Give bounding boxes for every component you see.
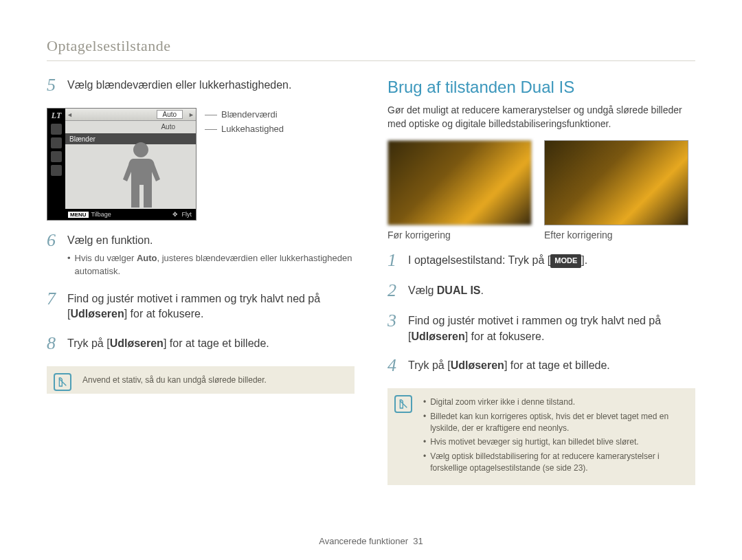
step-number: 4 bbox=[387, 357, 408, 374]
step-number: 5 bbox=[47, 76, 67, 94]
image-captions: Før korrigering Efter korrigering bbox=[387, 229, 695, 240]
bullet-icon: • bbox=[423, 436, 426, 448]
step-7-a: Find og justér motivet i rammen og tryk … bbox=[67, 293, 320, 304]
image-before bbox=[387, 140, 532, 225]
step-3-key: Udløseren bbox=[411, 331, 464, 342]
bullet-icon: • bbox=[423, 396, 426, 408]
camera-top-row: ◄ Auto ► bbox=[65, 109, 196, 121]
note-item: Digital zoom virker ikke i denne tilstan… bbox=[430, 396, 575, 408]
chevron-right-icon: ► bbox=[188, 111, 194, 118]
step-number: 8 bbox=[47, 335, 67, 352]
step-text: Vælg blændeværdien eller lukkerhastighed… bbox=[67, 78, 355, 93]
camera-move-label: Flyt bbox=[182, 211, 192, 218]
step-7-key: Udløseren bbox=[70, 308, 124, 320]
note-item: Vælg optisk billedstabilisering for at r… bbox=[430, 451, 686, 474]
step-text: Vælg DUAL IS. bbox=[408, 283, 695, 298]
page-footer: Avancerede funktioner 31 bbox=[0, 536, 742, 546]
step-8-key: Udløseren bbox=[110, 337, 164, 349]
step-4-b: ] for at tage et billede. bbox=[504, 359, 610, 371]
step-3: 3 Find og justér motivet i rammen og try… bbox=[387, 313, 695, 344]
camera-face-icon bbox=[51, 151, 62, 162]
step-6-subnote: • Hvis du vælger Auto, justeres blændevæ… bbox=[67, 252, 355, 277]
image-after bbox=[544, 140, 688, 225]
camera-af-icon bbox=[51, 137, 62, 148]
camera-display-figure: LT ◄ Auto ► Auto Blænder bbox=[47, 108, 355, 221]
step-6-note-bold: Auto bbox=[137, 253, 157, 263]
step-1-a: I optagelsestilstand: Tryk på [ bbox=[408, 254, 550, 266]
camera-flash-off-icon bbox=[51, 165, 62, 176]
step-number: 1 bbox=[387, 251, 408, 269]
step-7: 7 Find og justér motivet i rammen og try… bbox=[47, 291, 355, 322]
page-header: Optagelsestilstande bbox=[47, 37, 695, 55]
step-2-b: . bbox=[481, 284, 484, 296]
footer-text: Avancerede funktioner bbox=[319, 536, 408, 546]
note-text: Anvend et stativ, så du kan undgå sløred… bbox=[82, 375, 267, 385]
left-column: 5 Vælg blændeværdien eller lukkerhastigh… bbox=[47, 78, 355, 485]
chevron-left-icon: ◄ bbox=[67, 111, 73, 118]
step-7-b: for at fokusere. bbox=[127, 308, 203, 320]
step-1-b: ]. bbox=[581, 254, 587, 266]
step-2: 2 Vælg DUAL IS. bbox=[387, 283, 695, 300]
note-box: •Digital zoom virker ikke i denne tilsta… bbox=[387, 388, 695, 485]
camera-side-icons: LT bbox=[47, 109, 65, 220]
step-8-b: ] for at tage et billede. bbox=[164, 337, 269, 349]
callout-shutter: Lukkehastighed bbox=[205, 122, 284, 137]
caption-after: Efter korrigering bbox=[544, 229, 688, 240]
step-8-a: Tryk på [ bbox=[67, 337, 110, 349]
callout-aperture: Blænderværdi bbox=[205, 108, 284, 122]
camera-bottom-bar: MENU Tilbage ✥ Flyt bbox=[65, 209, 196, 220]
two-column-layout: 5 Vælg blændeværdien eller lukkerhastigh… bbox=[47, 78, 695, 485]
step-8: 8 Tryk på [Udløseren] for at tage et bil… bbox=[47, 336, 355, 352]
step-text: I optagelsestilstand: Tryk på [MODE]. bbox=[408, 253, 695, 268]
camera-callouts: Blænderværdi Lukkehastighed bbox=[205, 108, 284, 137]
camera-second-row: Auto bbox=[65, 121, 196, 132]
nav-cross-icon: ✥ bbox=[172, 211, 178, 218]
note-icon bbox=[54, 373, 71, 391]
mode-chip: MODE bbox=[550, 254, 581, 267]
step-4-a: Tryk på [ bbox=[408, 359, 451, 371]
step-3-b: for at fokusere. bbox=[468, 331, 544, 342]
page-number: 31 bbox=[413, 536, 423, 546]
bullet-icon: • bbox=[423, 451, 426, 462]
step-5: 5 Vælg blændeværdien eller lukkerhastigh… bbox=[47, 78, 355, 94]
camera-mode-indicator: LT bbox=[47, 111, 65, 121]
image-comparison bbox=[387, 140, 695, 225]
section-heading: Brug af tilstanden Dual IS bbox=[387, 78, 695, 97]
intro-text: Gør det muligt at reducere kamerarystels… bbox=[387, 104, 695, 131]
step-text: Tryk på [Udløseren] for at tage et bille… bbox=[67, 336, 355, 351]
note-icon bbox=[394, 395, 412, 413]
header-rule bbox=[47, 60, 695, 61]
step-text: Find og justér motivet i rammen og tryk … bbox=[408, 313, 695, 344]
step-text: Find og justér motivet i rammen og tryk … bbox=[67, 291, 355, 322]
step-6-text: Vælg en funktion. bbox=[67, 234, 153, 246]
camera-auto-shutter: Auto bbox=[161, 123, 175, 131]
bullet-icon: • bbox=[423, 411, 426, 423]
step-number: 3 bbox=[387, 312, 408, 330]
note-item: Billedet kan kun korrigeres optisk, hvis… bbox=[430, 411, 686, 434]
camera-display: LT ◄ Auto ► Auto Blænder bbox=[47, 108, 196, 221]
note-box: Anvend et stativ, så du kan undgå sløred… bbox=[47, 366, 355, 394]
step-text: Vælg en funktion. • Hvis du vælger Auto,… bbox=[67, 233, 355, 278]
step-3-a: Find og justér motivet i rammen og tryk … bbox=[408, 315, 661, 326]
camera-menu-label: MENU bbox=[68, 212, 89, 218]
camera-grid-icon bbox=[51, 124, 62, 135]
note-item: Hvis motivet bevæger sig hurtigt, kan bi… bbox=[430, 436, 638, 448]
camera-back-label: Tilbage bbox=[91, 211, 111, 218]
camera-auto-aperture: Auto bbox=[157, 110, 183, 119]
note-list: •Digital zoom virker ikke i denne tilsta… bbox=[423, 396, 686, 474]
step-number: 2 bbox=[387, 282, 408, 300]
step-2-key: DUAL IS bbox=[437, 284, 481, 296]
bullet-icon: • bbox=[67, 252, 71, 265]
step-text: Tryk på [Udløseren] for at tage et bille… bbox=[408, 358, 695, 373]
caption-before: Før korrigering bbox=[387, 229, 532, 240]
step-1: 1 I optagelsestilstand: Tryk på [MODE]. bbox=[387, 253, 695, 269]
step-4: 4 Tryk på [Udløseren] for at tage et bil… bbox=[387, 358, 695, 374]
step-4-key: Udløseren bbox=[451, 359, 504, 371]
step-number: 7 bbox=[47, 290, 67, 308]
step-2-a: Vælg bbox=[408, 284, 437, 296]
step-6-note-prefix: Hvis du vælger bbox=[75, 253, 137, 263]
camera-silhouette-figure bbox=[113, 142, 169, 208]
step-6: 6 Vælg en funktion. • Hvis du vælger Aut… bbox=[47, 233, 355, 278]
step-number: 6 bbox=[47, 232, 67, 249]
right-column: Brug af tilstanden Dual IS Gør det mulig… bbox=[387, 78, 695, 485]
